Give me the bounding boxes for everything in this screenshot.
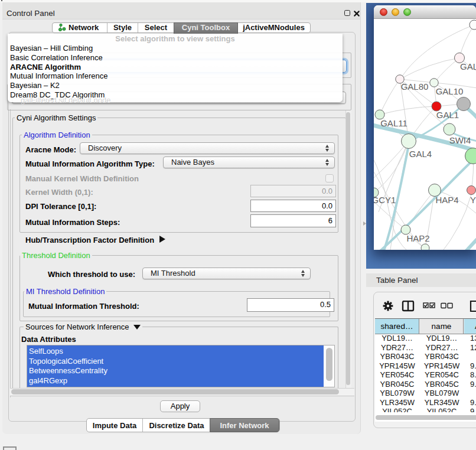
svg-text:GCY1: GCY1 (374, 195, 396, 205)
svg-text:SWI4: SWI4 (449, 135, 471, 145)
svg-text:GAL4: GAL4 (409, 149, 432, 159)
svg-text:Y: Y (470, 195, 476, 205)
svg-text:GAL10: GAL10 (436, 86, 464, 96)
svg-text:GAL11: GAL11 (380, 118, 407, 128)
svg-text:GAL80: GAL80 (401, 81, 429, 92)
svg-text:HAP4: HAP4 (435, 195, 458, 205)
svg-text:GAL7: GAL7 (460, 61, 476, 71)
svg-text:GAL1: GAL1 (436, 110, 459, 120)
svg-text:HAP2: HAP2 (406, 233, 429, 243)
